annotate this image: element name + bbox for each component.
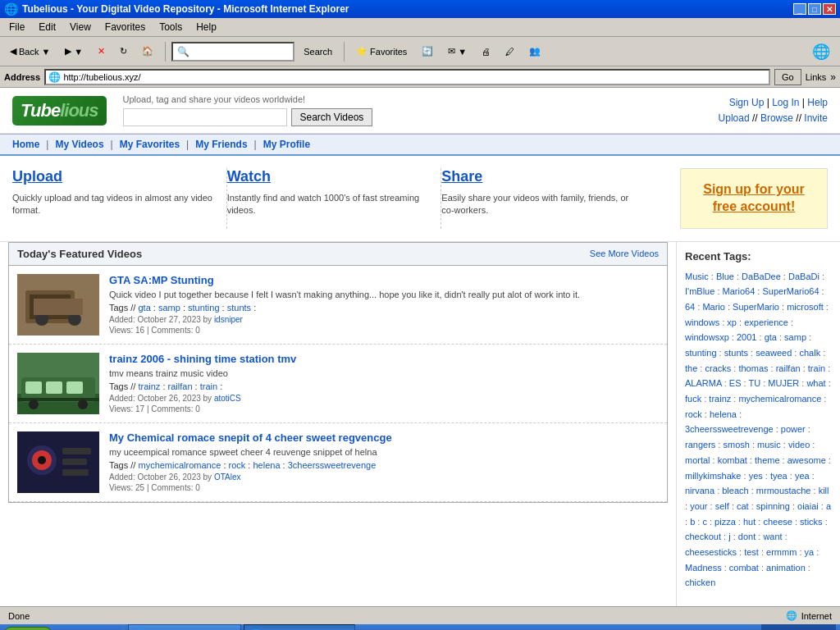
tag-cheesesticks[interactable]: cheesesticks: [685, 547, 737, 557]
tag-video[interactable]: video: [788, 440, 810, 450]
tag-bleach[interactable]: bleach: [722, 486, 748, 495]
tag-64[interactable]: 64: [685, 302, 695, 312]
tag-railfan[interactable]: railfan: [168, 381, 193, 391]
nav-my-friends[interactable]: My Friends: [195, 139, 247, 150]
tag-music[interactable]: Music: [685, 272, 709, 281]
tag-dabadee[interactable]: DaBaDee: [742, 272, 781, 281]
nav-my-favorites[interactable]: My Favorites: [120, 139, 180, 150]
tag-microsoft[interactable]: microsoft: [787, 302, 824, 312]
tag-supermario[interactable]: SuperMario: [733, 302, 779, 312]
login-link[interactable]: Log In: [772, 97, 799, 108]
tag-yes[interactable]: yes: [749, 471, 763, 481]
tag-samp[interactable]: samp: [158, 303, 180, 313]
tag-the[interactable]: the: [685, 363, 697, 373]
tag-gta[interactable]: gta: [765, 332, 777, 342]
see-more-link[interactable]: See More Videos: [590, 249, 659, 258]
tag-railfan[interactable]: railfan: [776, 363, 801, 373]
taskbar-window-2[interactable]: 🌐 Tubelious - Your Digit...: [244, 624, 355, 630]
tag-awesome[interactable]: awesome: [788, 455, 826, 465]
tag-mario[interactable]: Mario: [702, 302, 725, 312]
tag-experience[interactable]: experience: [744, 317, 788, 327]
tag-what[interactable]: what: [806, 378, 825, 388]
tag-train[interactable]: train: [200, 381, 217, 391]
tag-stunting[interactable]: stunting: [685, 348, 717, 358]
search-input[interactable]: [123, 108, 287, 126]
upload-link[interactable]: Upload: [719, 112, 750, 124]
tag-dabadi[interactable]: DaBaDi: [788, 272, 819, 281]
tag-mujer[interactable]: MUJER: [768, 378, 799, 388]
site-logo[interactable]: Tubelious: [12, 96, 107, 126]
invite-link[interactable]: Invite: [804, 112, 828, 124]
video-author-1[interactable]: idsniper: [214, 315, 243, 324]
tag-your[interactable]: your: [690, 501, 707, 511]
share-title[interactable]: Share: [441, 168, 643, 185]
tag-test[interactable]: test: [744, 547, 759, 557]
tag-hut[interactable]: hut: [743, 517, 756, 527]
tag-thomas[interactable]: thomas: [738, 363, 768, 373]
nav-home[interactable]: Home: [12, 139, 39, 150]
tag-spinning[interactable]: spinning: [756, 501, 790, 511]
tag-windows[interactable]: windows: [685, 317, 719, 327]
tag-gta[interactable]: gta: [138, 303, 150, 313]
tag-cat[interactable]: cat: [737, 501, 749, 511]
tag-tyea[interactable]: tyea: [770, 471, 788, 481]
refresh-button[interactable]: ↻: [114, 40, 133, 63]
tag-chalk[interactable]: chalk: [799, 348, 820, 358]
tag-yea[interactable]: yea: [795, 471, 810, 481]
edit-button[interactable]: 🖊: [500, 40, 520, 63]
tag-kombat[interactable]: kombat: [718, 455, 747, 465]
signup-box[interactable]: Sign up for your free account!: [680, 168, 828, 229]
tag-rock[interactable]: rock: [685, 409, 702, 419]
tag-cracks[interactable]: cracks: [705, 363, 731, 373]
tag-imblue[interactable]: I'mBlue: [685, 286, 714, 296]
print-button[interactable]: 🖨: [476, 40, 496, 63]
tag-samp[interactable]: samp: [784, 332, 806, 342]
tag-rock[interactable]: rock: [229, 460, 246, 470]
tag-mario64[interactable]: Mario64: [723, 286, 756, 296]
menu-edit[interactable]: Edit: [34, 20, 61, 34]
watch-title[interactable]: Watch: [227, 168, 429, 185]
tag-helena[interactable]: helena: [710, 409, 737, 419]
tag-power[interactable]: power: [781, 424, 806, 434]
back-button[interactable]: ◀ Back ▼: [4, 40, 56, 63]
search-button[interactable]: Search Videos: [291, 108, 373, 126]
tag-rangers[interactable]: rangers: [685, 440, 715, 450]
video-title-1[interactable]: GTA SA:MP Stunting: [109, 274, 214, 286]
tag-combat[interactable]: combat: [729, 563, 759, 573]
discuss-button[interactable]: 👥: [523, 40, 546, 63]
tag-mortal[interactable]: mortal: [685, 455, 710, 465]
maximize-button[interactable]: □: [808, 3, 821, 15]
tag-blue[interactable]: Blue: [716, 272, 734, 281]
tag-mychemicalromance[interactable]: mychemicalromance: [738, 394, 821, 404]
stop-button[interactable]: ✕: [92, 40, 111, 63]
forward-button[interactable]: ▶ ▼: [59, 40, 89, 63]
video-author-2[interactable]: atotiCS: [214, 394, 241, 403]
tag-3cheer[interactable]: 3cheerssweetrevenge: [288, 460, 377, 470]
tag-trainz[interactable]: trainz: [709, 394, 731, 404]
tag-stunts[interactable]: stunts: [724, 348, 748, 358]
tag-tu[interactable]: TU: [748, 378, 760, 388]
nav-my-profile[interactable]: My Profile: [263, 139, 310, 150]
tag-seaweed[interactable]: seaweed: [756, 348, 792, 358]
tag-oiaiai[interactable]: oiaiai: [797, 501, 819, 511]
close-button[interactable]: ✕: [823, 3, 836, 15]
tag-music[interactable]: music: [757, 440, 781, 450]
tag-animation[interactable]: animation: [766, 563, 806, 573]
tag-helena[interactable]: helena: [253, 460, 280, 470]
tag-a[interactable]: a: [826, 501, 831, 511]
menu-tools[interactable]: Tools: [154, 20, 187, 34]
go-button[interactable]: Go: [774, 69, 801, 85]
address-input[interactable]: [63, 72, 766, 82]
video-title-2[interactable]: trainz 2006 - shining time station tmv: [109, 353, 296, 365]
mail-button[interactable]: ✉ ▼: [442, 40, 472, 63]
tag-checkout[interactable]: checkout: [685, 532, 721, 541]
menu-help[interactable]: Help: [191, 20, 221, 34]
tag-mcr[interactable]: mychemicalromance: [138, 460, 221, 470]
tag-stunts[interactable]: stunts: [227, 303, 251, 313]
toolbar-search-input[interactable]: [189, 47, 289, 57]
menu-view[interactable]: View: [65, 20, 96, 34]
tag-madness[interactable]: Madness: [685, 563, 722, 573]
tag-dont[interactable]: dont: [738, 532, 756, 541]
menu-favorites[interactable]: Favorites: [100, 20, 150, 34]
upload-title[interactable]: Upload: [12, 168, 214, 185]
